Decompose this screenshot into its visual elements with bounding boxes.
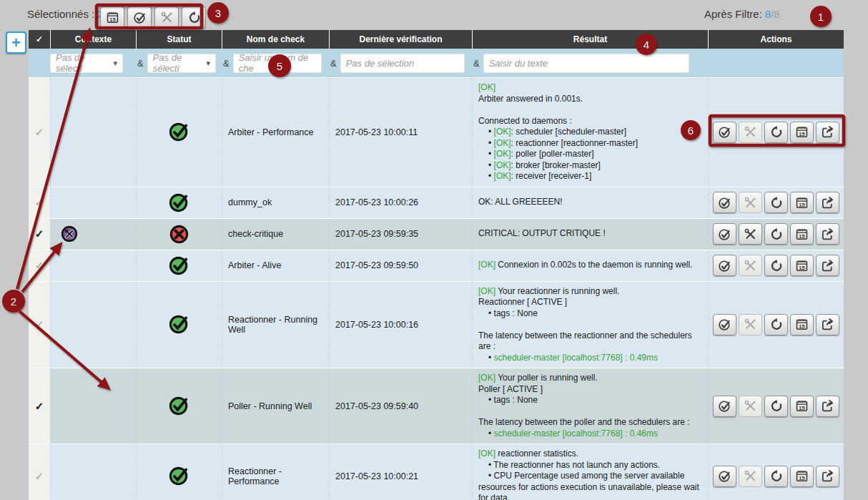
- row-select-checkbox[interactable]: ✓: [29, 78, 50, 187]
- table-row: ✓dummy_ok2017-05-23 10:00:26OK: ALL GREE…: [29, 187, 844, 218]
- filter-select-contexte[interactable]: Pas de sélecti▾: [50, 54, 123, 73]
- filter-cell-sel: [29, 49, 50, 77]
- row-acknowledge-button[interactable]: [713, 466, 736, 487]
- status-cell: [136, 282, 222, 368]
- bulk-actions-toolbar: 15: [100, 6, 206, 29]
- row-fix-button[interactable]: [739, 223, 762, 245]
- row-fix-button[interactable]: [739, 314, 762, 335]
- row-fix-button[interactable]: [739, 255, 762, 276]
- row-acknowledge-button[interactable]: [713, 122, 736, 143]
- selected-label-text: Sélectionnés :: [27, 8, 94, 20]
- row-recheck-button[interactable]: [764, 466, 788, 487]
- row-acknowledge-button[interactable]: [713, 314, 736, 335]
- row-export-button[interactable]: [816, 255, 839, 276]
- table-filter-row: Pas de sélecti▾&Pas de sélecti▾&Saisir u…: [29, 49, 844, 77]
- row-acknowledge-button[interactable]: [713, 255, 736, 276]
- svg-text:15: 15: [799, 264, 804, 270]
- row-recheck-button[interactable]: [764, 314, 788, 335]
- after-filter-label: Après Filtre:8/8: [704, 8, 780, 20]
- toolbar-fix-tools-button[interactable]: [154, 6, 179, 29]
- row-acknowledge-button[interactable]: [713, 223, 736, 245]
- status-cell: [136, 78, 222, 187]
- status-ok-icon: [167, 191, 191, 215]
- row-downtime-button[interactable]: 15: [790, 192, 814, 213]
- row-downtime-button[interactable]: 15: [790, 122, 814, 143]
- row-recheck-button[interactable]: [764, 223, 788, 245]
- row-fix-button[interactable]: [739, 466, 762, 487]
- row-fix-button[interactable]: [739, 192, 762, 213]
- row-recheck-button[interactable]: [764, 396, 788, 417]
- result-line: [OK]: [478, 82, 702, 94]
- filter-cell-derniere: &Pas de sélection: [329, 49, 472, 77]
- check-result: [OK] Your reactionner is running well.Re…: [472, 282, 708, 368]
- context-cell: [50, 282, 136, 368]
- result-line: CRITICAL: OUTPUT CRITIQUE !: [478, 228, 702, 240]
- row-export-button[interactable]: [816, 314, 839, 335]
- calendar15-icon: 15: [795, 227, 809, 241]
- row-export-button[interactable]: [816, 466, 839, 487]
- checkcircle-icon: [718, 196, 731, 210]
- row-recheck-button[interactable]: [764, 192, 788, 213]
- tools-icon: [744, 318, 757, 331]
- row-select-checkbox[interactable]: ✓: [29, 250, 50, 281]
- svg-text:15: 15: [799, 201, 804, 207]
- last-check-time: 2017-05-23 10:00:16: [329, 282, 472, 368]
- last-check-time: 2017-05-23 09:59:40: [329, 368, 472, 443]
- row-downtime-button[interactable]: 15: [790, 314, 814, 335]
- row-select-checkbox[interactable]: ✓: [29, 219, 50, 250]
- row-downtime-button[interactable]: 15: [790, 466, 814, 487]
- column-header-nom: Nom de check: [222, 30, 329, 49]
- filter-input-nom[interactable]: Saisir un nom de che: [233, 54, 322, 73]
- filter-input-derniere[interactable]: Pas de sélection: [340, 54, 465, 73]
- filter-select-statut[interactable]: Pas de sélecti▾: [147, 54, 216, 73]
- filter-input-placeholder: Saisir un nom de che: [239, 52, 316, 74]
- table-row: ✓Poller - Running Well2017-05-23 09:59:4…: [29, 368, 844, 443]
- toolbar-downtime-calendar-button[interactable]: 15: [100, 6, 124, 29]
- row-acknowledge-button[interactable]: [713, 192, 736, 213]
- acknowledged-tools-icon: [59, 224, 79, 244]
- status-ok-icon: [167, 313, 191, 336]
- row-actions: 15: [708, 219, 844, 250]
- checkcircle-icon: [718, 227, 731, 241]
- row-fix-button[interactable]: [739, 122, 762, 143]
- row-select-checkbox[interactable]: ✓: [29, 187, 50, 218]
- context-cell: [50, 78, 136, 187]
- checkcircle-icon: [718, 469, 731, 483]
- row-recheck-button[interactable]: [764, 255, 788, 276]
- row-export-button[interactable]: [816, 122, 839, 143]
- annotation-circle-2: [2, 290, 25, 313]
- filter-input-resultat[interactable]: Saisir du texte: [483, 54, 689, 73]
- checkcircle-icon: [718, 259, 731, 273]
- row-export-button[interactable]: [816, 223, 839, 245]
- export-icon: [821, 399, 834, 413]
- row-fix-button[interactable]: [739, 396, 762, 417]
- toolbar-recheck-undo-button[interactable]: [182, 6, 206, 29]
- context-cell: [50, 444, 136, 500]
- tools-icon: [744, 399, 757, 413]
- status-ok-icon: [167, 394, 191, 418]
- status-ok-icon: [167, 464, 191, 488]
- check-name: check-critique: [222, 219, 329, 250]
- row-export-button[interactable]: [816, 396, 839, 417]
- toolbar-acknowledge-button[interactable]: [127, 6, 152, 29]
- row-export-button[interactable]: [816, 192, 839, 213]
- annotation-number: 3: [215, 7, 221, 19]
- table-body: ✓Arbiter - Performance2017-05-23 10:00:1…: [29, 77, 844, 500]
- table-row: ✓Arbiter - Performance2017-05-23 10:00:1…: [29, 77, 844, 187]
- row-downtime-button[interactable]: 15: [790, 255, 814, 276]
- row-select-checkbox[interactable]: ✓: [29, 282, 50, 368]
- row-select-checkbox[interactable]: ✓: [29, 444, 50, 500]
- result-line: [OK] Connexion in 0.002s to the daemon i…: [478, 260, 702, 271]
- column-header-resultat: Résultat: [472, 30, 708, 49]
- status-ok-icon: [167, 120, 191, 144]
- context-cell: [50, 368, 136, 443]
- row-downtime-button[interactable]: 15: [790, 223, 814, 245]
- after-filter-text: Après Filtre:: [704, 8, 762, 20]
- row-recheck-button[interactable]: [764, 122, 788, 143]
- add-filter-button[interactable]: +: [6, 31, 26, 54]
- last-check-time: 2017-05-23 09:59:35: [329, 219, 472, 250]
- row-select-checkbox[interactable]: ✓: [29, 368, 50, 443]
- row-acknowledge-button[interactable]: [713, 396, 736, 417]
- row-downtime-button[interactable]: 15: [790, 396, 814, 417]
- undo-icon: [769, 196, 783, 210]
